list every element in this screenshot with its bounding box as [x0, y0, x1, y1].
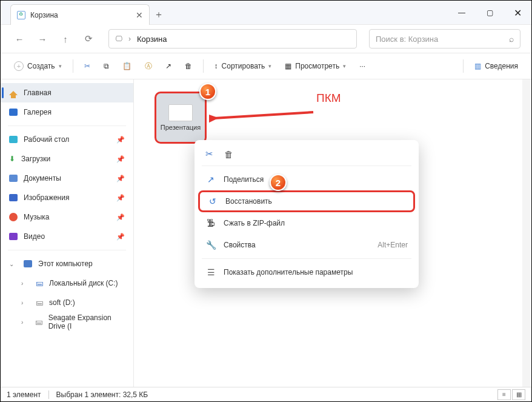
up-button[interactable]: ↑	[58, 31, 73, 47]
pin-icon: 📌	[116, 194, 125, 202]
pin-icon: 📌	[116, 233, 125, 241]
content-area[interactable]: Презентация 1 2 ПКМ ✂ 🗑 ↗	[134, 79, 531, 387]
sidebar-item-video[interactable]: Видео 📌	[1, 227, 133, 246]
view-button[interactable]: ▦ Просмотреть ▾	[280, 57, 351, 75]
copy-icon: ⧉	[104, 62, 109, 70]
view-grid-button[interactable]: ▦	[512, 389, 525, 400]
sidebar-divider	[8, 126, 126, 126]
scrollbar[interactable]	[522, 79, 531, 387]
sidebar-label: Главная	[24, 89, 52, 97]
context-item-properties[interactable]: 🔧 Свойства Alt+Enter	[198, 234, 415, 256]
close-button[interactable]: ✕	[504, 1, 531, 25]
context-label: Свойства	[224, 241, 256, 249]
titlebar: Корзина ✕ ＋ — ▢ ✕	[1, 1, 531, 25]
trash-icon: 🗑	[185, 62, 192, 70]
create-button[interactable]: + Создать ▾	[9, 57, 67, 75]
sidebar-label: Этот компьютер	[38, 260, 93, 268]
refresh-button[interactable]: ⟳	[81, 31, 96, 47]
music-icon	[9, 213, 18, 221]
status-separator	[48, 390, 49, 399]
address-bar[interactable]: 🖵 › Корзина	[108, 29, 357, 49]
sidebar-item-downloads[interactable]: ⬇ Загрузки 📌	[1, 149, 133, 169]
tab-title: Корзина	[30, 11, 58, 19]
sidebar-item-music[interactable]: Музыка 📌	[1, 207, 133, 227]
search-box[interactable]: ⌕	[369, 29, 520, 49]
forward-button[interactable]: →	[35, 31, 50, 47]
chevron-down-icon: ▾	[268, 63, 271, 69]
details-icon: ▥	[474, 62, 481, 70]
sidebar-item-drive-ext[interactable]: › 🖴 Seagate Expansion Drive (I	[1, 312, 133, 332]
sidebar-item-desktop[interactable]: Рабочий стол 📌	[1, 130, 133, 149]
sidebar-label: Галерея	[24, 108, 52, 116]
svg-line-0	[214, 112, 313, 118]
create-label: Создать	[27, 62, 55, 70]
copy-button[interactable]: ⧉	[99, 57, 114, 75]
share-icon: ↗	[205, 174, 216, 185]
sidebar-label: Локальный диск (C:)	[49, 279, 118, 287]
cut-icon[interactable]: ✂	[205, 149, 213, 159]
grid-icon: ▦	[285, 62, 291, 70]
rename-icon: Ⓐ	[145, 61, 152, 72]
view-details-button[interactable]: ≡	[497, 389, 511, 400]
context-label: Показать дополнительные параметры	[224, 268, 353, 276]
trash-icon[interactable]: 🗑	[224, 149, 233, 159]
expand-icon[interactable]: ›	[21, 319, 27, 326]
gallery-icon	[9, 109, 18, 116]
context-item-share[interactable]: ↗ Поделиться	[198, 169, 415, 190]
rename-button[interactable]: Ⓐ	[140, 57, 157, 75]
sidebar-item-pictures[interactable]: Изображения 📌	[1, 188, 133, 207]
share-icon: ↗	[165, 62, 171, 70]
back-button[interactable]: ←	[12, 31, 27, 47]
sidebar-label: Документы	[24, 174, 61, 183]
tab-close-button[interactable]: ✕	[136, 10, 143, 20]
new-tab-button[interactable]: ＋	[150, 4, 168, 25]
context-item-more[interactable]: ☰ Показать дополнительные параметры	[198, 261, 415, 283]
scissors-icon: ✂	[84, 62, 90, 70]
wrench-icon: 🔧	[205, 240, 216, 250]
sidebar-label: Загрузки	[21, 155, 50, 163]
expand-icon[interactable]: ›	[21, 280, 27, 287]
sidebar-item-drive-d[interactable]: › 🖴 soft (D:)	[1, 293, 133, 312]
expand-icon[interactable]: ⌄	[9, 261, 15, 267]
context-divider	[202, 258, 411, 259]
cut-button[interactable]: ✂	[79, 57, 95, 75]
pictures-icon	[9, 194, 18, 201]
clipboard-icon: 📋	[122, 62, 131, 70]
sidebar-item-thispc[interactable]: ⌄ Этот компьютер	[1, 254, 133, 273]
tab-recycle-bin[interactable]: Корзина ✕	[10, 4, 150, 25]
sidebar-item-gallery[interactable]: Галерея	[1, 102, 133, 122]
sidebar: Главная Галерея Рабочий стол 📌 ⬇ Загрузк…	[1, 79, 134, 387]
file-label: Презентация	[161, 124, 201, 131]
context-item-zip[interactable]: 🗜 Сжать в ZIP-файл	[198, 212, 415, 234]
breadcrumb-separator: ›	[128, 35, 131, 43]
minimize-button[interactable]: —	[448, 1, 476, 25]
sidebar-item-home[interactable]: Главная	[1, 83, 133, 102]
annotation-badge-1: 1	[199, 83, 216, 100]
sort-button[interactable]: ↕ Сортировать ▾	[210, 57, 277, 75]
paste-button[interactable]: 📋	[118, 57, 136, 75]
pin-icon: 📌	[116, 155, 125, 163]
context-mini-toolbar: ✂ 🗑	[198, 145, 415, 163]
expand-icon[interactable]: ›	[21, 300, 27, 306]
sidebar-item-documents[interactable]: Документы 📌	[1, 169, 133, 188]
chevron-down-icon: ▾	[59, 63, 62, 69]
maximize-button[interactable]: ▢	[476, 1, 504, 25]
sidebar-label: soft (D:)	[49, 298, 75, 307]
window-buttons: — ▢ ✕	[448, 1, 531, 25]
file-item-presentation[interactable]: Презентация	[155, 92, 207, 144]
details-pane-button[interactable]: ▥ Сведения	[470, 57, 523, 75]
explorer-window: Корзина ✕ ＋ — ▢ ✕ ← → ↑ ⟳ 🖵 › Корзина ⌕ …	[0, 0, 532, 402]
more-button[interactable]: ···	[354, 57, 370, 75]
annotation-badge-2: 2	[270, 174, 287, 191]
view-label: Просмотреть	[295, 62, 339, 70]
context-item-restore[interactable]: ↺ Восстановить	[198, 190, 415, 212]
sidebar-item-drive-c[interactable]: › 🖴 Локальный диск (C:)	[1, 273, 133, 293]
sort-label: Сортировать	[222, 62, 265, 70]
breadcrumb-current[interactable]: Корзина	[137, 35, 167, 44]
download-icon: ⬇	[9, 155, 15, 163]
delete-button[interactable]: 🗑	[180, 57, 197, 75]
share-toolbar-button[interactable]: ↗	[161, 57, 176, 75]
context-label: Сжать в ZIP-файл	[224, 219, 285, 227]
restore-icon: ↺	[207, 196, 218, 207]
search-input[interactable]	[376, 35, 509, 44]
